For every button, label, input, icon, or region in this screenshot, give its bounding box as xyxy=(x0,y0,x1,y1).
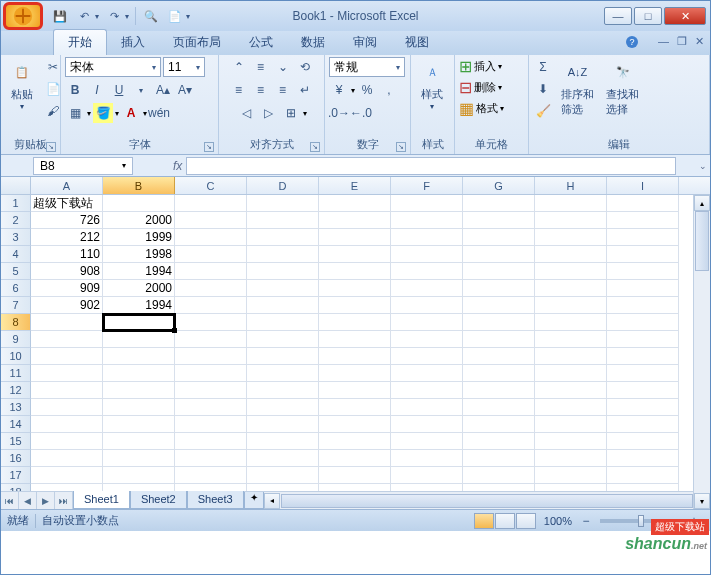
tab-formulas[interactable]: 公式 xyxy=(235,30,287,55)
cell[interactable] xyxy=(31,365,103,382)
font-size-combo[interactable]: 11▾ xyxy=(163,57,205,77)
cell[interactable] xyxy=(103,365,175,382)
cell[interactable] xyxy=(607,433,679,450)
number-format-combo[interactable]: 常规▾ xyxy=(329,57,405,77)
cell[interactable] xyxy=(391,212,463,229)
cell[interactable] xyxy=(31,484,103,491)
office-button[interactable] xyxy=(3,2,43,30)
cell[interactable] xyxy=(247,263,319,280)
row-header[interactable]: 4 xyxy=(1,246,31,263)
font-family-combo[interactable]: 宋体▾ xyxy=(65,57,161,77)
underline-button[interactable]: U xyxy=(109,80,129,100)
cell[interactable] xyxy=(319,365,391,382)
cell[interactable] xyxy=(247,297,319,314)
cell[interactable] xyxy=(175,382,247,399)
cell[interactable] xyxy=(463,416,535,433)
orientation-icon[interactable]: ⟲ xyxy=(295,57,315,77)
cell[interactable] xyxy=(463,382,535,399)
cell[interactable] xyxy=(319,263,391,280)
cell[interactable]: 1994 xyxy=(103,263,175,280)
cell[interactable] xyxy=(607,484,679,491)
cell[interactable] xyxy=(463,484,535,491)
cell[interactable] xyxy=(103,484,175,491)
cell[interactable] xyxy=(175,399,247,416)
cell[interactable] xyxy=(103,331,175,348)
cell[interactable] xyxy=(535,484,607,491)
cell[interactable] xyxy=(31,331,103,348)
cell[interactable] xyxy=(535,212,607,229)
sheet-tab-1[interactable]: Sheet1 xyxy=(73,491,130,509)
cell[interactable] xyxy=(247,382,319,399)
cell[interactable] xyxy=(319,484,391,491)
row-header[interactable]: 13 xyxy=(1,399,31,416)
cell[interactable] xyxy=(463,212,535,229)
minimize-button[interactable]: — xyxy=(604,7,632,25)
cell[interactable] xyxy=(535,331,607,348)
cell[interactable] xyxy=(607,280,679,297)
cell[interactable]: 909 xyxy=(31,280,103,297)
cell[interactable] xyxy=(31,416,103,433)
cell[interactable] xyxy=(31,399,103,416)
cell[interactable] xyxy=(535,399,607,416)
page-layout-view-button[interactable] xyxy=(495,513,515,529)
cell[interactable] xyxy=(535,195,607,212)
cell[interactable] xyxy=(175,263,247,280)
cell[interactable] xyxy=(319,382,391,399)
cell[interactable] xyxy=(103,382,175,399)
cell[interactable] xyxy=(535,416,607,433)
cell[interactable] xyxy=(319,246,391,263)
cell[interactable] xyxy=(247,467,319,484)
cell[interactable] xyxy=(391,280,463,297)
tab-view[interactable]: 视图 xyxy=(391,30,443,55)
cell[interactable] xyxy=(607,399,679,416)
cell[interactable] xyxy=(607,195,679,212)
cell[interactable] xyxy=(391,484,463,491)
phonetic-button[interactable]: wén xyxy=(149,103,169,123)
tab-data[interactable]: 数据 xyxy=(287,30,339,55)
cell[interactable] xyxy=(319,314,391,331)
cell[interactable] xyxy=(535,348,607,365)
row-header[interactable]: 16 xyxy=(1,450,31,467)
name-box[interactable]: B8▾ xyxy=(33,157,133,175)
sheet-nav-next[interactable]: ▶ xyxy=(37,492,55,509)
sheet-tab-3[interactable]: Sheet3 xyxy=(187,491,244,509)
cell[interactable] xyxy=(463,399,535,416)
fx-icon[interactable]: fx xyxy=(173,159,182,173)
cell[interactable] xyxy=(463,229,535,246)
cell[interactable] xyxy=(391,331,463,348)
save-icon[interactable]: 💾 xyxy=(51,7,69,25)
cell[interactable] xyxy=(247,280,319,297)
column-header-D[interactable]: D xyxy=(247,177,319,194)
cell[interactable]: 2000 xyxy=(103,212,175,229)
cell[interactable] xyxy=(607,365,679,382)
cell[interactable] xyxy=(103,348,175,365)
cell[interactable]: 110 xyxy=(31,246,103,263)
cell[interactable] xyxy=(463,314,535,331)
wrap-text-icon[interactable]: ↵ xyxy=(295,80,315,100)
cell[interactable] xyxy=(103,399,175,416)
cell[interactable] xyxy=(535,467,607,484)
sheet-nav-prev[interactable]: ◀ xyxy=(19,492,37,509)
cell[interactable] xyxy=(319,348,391,365)
cell[interactable] xyxy=(607,263,679,280)
row-header[interactable]: 2 xyxy=(1,212,31,229)
cell[interactable] xyxy=(319,280,391,297)
align-bottom-icon[interactable]: ⌄ xyxy=(273,57,293,77)
row-header[interactable]: 15 xyxy=(1,433,31,450)
cell[interactable] xyxy=(175,212,247,229)
cell[interactable] xyxy=(391,399,463,416)
column-header-A[interactable]: A xyxy=(31,177,103,194)
cell[interactable] xyxy=(247,212,319,229)
percent-format-icon[interactable]: % xyxy=(357,80,377,100)
cut-icon[interactable]: ✂ xyxy=(43,57,63,77)
cell[interactable] xyxy=(463,348,535,365)
redo-icon[interactable]: ↷ xyxy=(105,7,123,25)
row-header[interactable]: 18 xyxy=(1,484,31,491)
mdi-close-icon[interactable]: ✕ xyxy=(695,35,704,48)
cell[interactable] xyxy=(391,297,463,314)
align-top-icon[interactable]: ⌃ xyxy=(229,57,249,77)
cell[interactable] xyxy=(247,314,319,331)
cell[interactable] xyxy=(247,416,319,433)
delete-cells-button[interactable]: ⊟删除▾ xyxy=(459,78,502,97)
sheet-nav-first[interactable]: ⏮ xyxy=(1,492,19,509)
